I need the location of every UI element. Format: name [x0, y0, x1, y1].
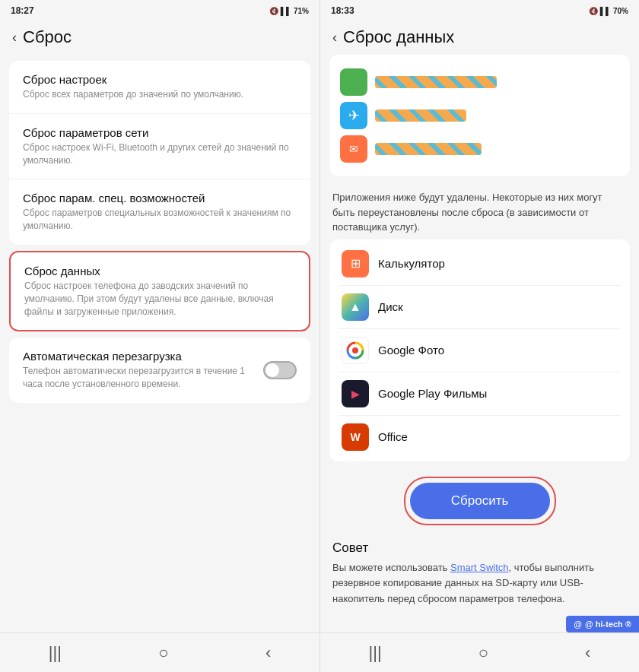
auto-restart-text: Автоматическая перезагрузка Телефон авто… [23, 350, 263, 391]
left-content: Сброс настроек Сброс всех параметров до … [0, 55, 320, 632]
hitech-at-icon: @ [574, 620, 582, 629]
left-mute-icon: 🔇 [269, 7, 278, 15]
menu-item-reset-network-desc: Сброс настроек Wi-Fi, Bluetooth и других… [23, 141, 297, 167]
menu-item-reset-accessibility[interactable]: Сброс парам. спец. возможностей Сброс па… [9, 179, 310, 245]
right-nav-back[interactable]: ‹ [570, 637, 606, 669]
blurred-icon-3: ✉ [340, 135, 367, 163]
tip-text: Вы можете использовать Smart Switch, что… [332, 560, 627, 607]
hitech-label: @ hi-tech ® [585, 620, 631, 629]
auto-restart-toggle[interactable] [263, 361, 297, 379]
left-toggle-card: Автоматическая перезагрузка Телефон авто… [9, 338, 310, 403]
app-row-office: W Office [339, 416, 621, 458]
right-signal-icon: ▌▌ [600, 7, 611, 15]
drive-icon: ▲ [342, 293, 369, 321]
blurred-row-1 [340, 68, 619, 96]
smart-switch-link[interactable]: Smart Switch [450, 562, 509, 573]
app-row-gplay: ▶ Google Play Фильмы [339, 372, 621, 416]
menu-item-factory-reset-desc: Сброс настроек телефона до заводских зна… [24, 280, 295, 318]
menu-item-factory-reset[interactable]: Сброс данных Сброс настроек телефона до … [11, 252, 309, 330]
reset-button-outer: Сбросить [404, 477, 556, 525]
auto-restart-desc: Телефон автоматически перезагрузится в т… [23, 365, 263, 391]
right-header: ‹ Сброс данных [320, 21, 639, 55]
blurred-text-1 [375, 76, 497, 88]
apps-list: ⊞ Калькулятор ▲ Диск Google Фото [329, 239, 630, 461]
menu-item-reset-network-title: Сброс параметров сети [23, 126, 297, 139]
calc-icon: ⊞ [342, 250, 369, 277]
right-bottom-nav: ||| ○ ‹ [320, 632, 639, 672]
left-header: ‹ Сброс [0, 21, 320, 55]
blurred-icon-1 [340, 68, 367, 96]
right-nav-recents[interactable]: ||| [354, 637, 397, 669]
gplay-icon: ▶ [342, 380, 369, 407]
left-back-button[interactable]: ‹ [12, 30, 17, 46]
menu-item-reset-network[interactable]: Сброс параметров сети Сброс настроек Wi-… [9, 114, 310, 180]
auto-restart-item: Автоматическая перезагрузка Телефон авто… [9, 338, 310, 403]
gphoto-svg [346, 341, 364, 360]
menu-item-reset-settings-desc: Сброс всех параметров до значений по умо… [23, 88, 297, 101]
menu-item-reset-settings-title: Сброс настроек [23, 73, 297, 86]
app-row-gphoto: Google Фото [339, 329, 621, 372]
left-menu-card-highlighted[interactable]: Сброс данных Сброс настроек телефона до … [9, 251, 310, 331]
reset-button[interactable]: Сбросить [410, 483, 550, 519]
right-content: ✈ ✉ Приложения ниже будут удалены. Некот… [320, 55, 639, 632]
blurred-apps-section: ✈ ✉ [329, 55, 630, 176]
drive-name: Диск [378, 300, 403, 313]
svg-point-0 [352, 347, 358, 353]
reset-button-wrapper: Сбросить [329, 468, 630, 534]
left-signal-icon: ▌▌ [281, 7, 291, 15]
menu-item-reset-accessibility-title: Сброс парам. спец. возможностей [23, 192, 297, 204]
gplay-name: Google Play Фильмы [378, 387, 487, 400]
app-row-drive: ▲ Диск [339, 286, 621, 329]
right-status-bar: 18:33 🔇 ▌▌ 70% [320, 0, 639, 21]
right-panel: 18:33 🔇 ▌▌ 70% ‹ Сброс данных ✈ [320, 0, 639, 672]
blurred-icon-2: ✈ [340, 102, 367, 129]
right-mute-icon: 🔇 [589, 7, 598, 15]
blurred-row-2: ✈ [340, 102, 619, 129]
hitech-badge: @ @ hi-tech ® [566, 616, 639, 632]
apps-info-text: Приложения ниже будут удалены. Некоторые… [329, 182, 630, 239]
right-page-title: Сброс данных [343, 27, 454, 47]
right-time: 18:33 [331, 5, 354, 16]
app-row-calc: ⊞ Калькулятор [339, 242, 621, 286]
calc-name: Калькулятор [378, 257, 445, 270]
left-nav-back[interactable]: ‹ [250, 637, 286, 669]
gphoto-icon [342, 337, 369, 364]
auto-restart-title: Автоматическая перезагрузка [23, 350, 263, 363]
tip-section: Совет Вы можете использовать Smart Switc… [329, 534, 630, 613]
left-page-title: Сброс [23, 27, 72, 47]
left-time: 18:27 [11, 5, 34, 16]
tip-text-before: Вы можете использовать [332, 562, 450, 573]
blurred-apps: ✈ ✉ [329, 61, 630, 170]
right-status-icons: 🔇 ▌▌ 70% [589, 7, 628, 15]
left-battery: 71% [294, 7, 309, 15]
left-nav-recents[interactable]: ||| [33, 637, 77, 669]
blurred-text-2 [375, 109, 466, 122]
menu-item-factory-reset-title: Сброс данных [24, 265, 295, 277]
left-bottom-nav: ||| ○ ‹ [0, 632, 320, 672]
right-battery: 70% [613, 7, 628, 15]
blurred-row-3: ✉ [340, 135, 619, 163]
left-status-bar: 18:27 🔇 ▌▌ 71% [0, 0, 320, 21]
left-nav-home[interactable]: ○ [143, 637, 183, 669]
tip-title: Совет [332, 540, 627, 556]
right-panel-wrapper: 18:33 🔇 ▌▌ 70% ‹ Сброс данных ✈ [320, 0, 639, 672]
office-icon: W [342, 423, 369, 451]
menu-item-reset-settings[interactable]: Сброс настроек Сброс всех параметров до … [9, 61, 310, 114]
menu-item-reset-accessibility-desc: Сброс параметров специальных возможносте… [23, 207, 297, 233]
gphoto-name: Google Фото [378, 344, 444, 357]
right-nav-home[interactable]: ○ [463, 637, 504, 669]
left-panel: 18:27 🔇 ▌▌ 71% ‹ Сброс Сброс настроек Сб… [0, 0, 320, 672]
left-status-icons: 🔇 ▌▌ 71% [269, 7, 309, 15]
office-name: Office [378, 430, 408, 443]
right-back-button[interactable]: ‹ [332, 30, 337, 46]
left-menu-card-1: Сброс настроек Сброс всех параметров до … [9, 61, 310, 245]
blurred-text-3 [375, 143, 482, 155]
